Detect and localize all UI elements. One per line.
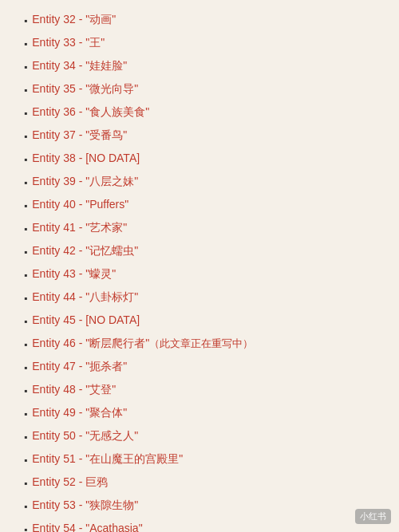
entity-text: Entity 33 - "王": [32, 34, 105, 51]
entity-link[interactable]: Entity 41 - "艺术家": [32, 221, 127, 234]
list-item: ▪Entity 47 - "扼杀者": [24, 355, 383, 378]
entity-text: Entity 35 - "微光向导": [32, 81, 138, 97]
list-item: ▪Entity 51 - "在山魔王的宫殿里": [24, 447, 383, 471]
bullet-icon: ▪: [24, 361, 27, 375]
bullet-icon: ▪: [24, 453, 27, 467]
rewrite-note: （此文章正在重写中）: [149, 337, 253, 349]
entity-text: Entity 34 - "娃娃脸": [32, 57, 127, 74]
entity-text: Entity 37 - "受番鸟": [32, 127, 127, 144]
entity-link[interactable]: Entity 44 - "八卦标灯": [32, 290, 138, 303]
entity-text: Entity 39 - "八层之妹": [32, 173, 138, 190]
entity-link[interactable]: Entity 32 - "动画": [32, 13, 116, 26]
entity-link[interactable]: Entity 35 - "微光向导": [32, 82, 138, 95]
bullet-icon: ▪: [24, 83, 27, 97]
bullet-icon: ▪: [24, 37, 27, 51]
entity-text: Entity 51 - "在山魔王的宫殿里": [32, 451, 183, 467]
entity-text: Entity 45 - [NO DATA]: [32, 312, 140, 329]
entity-link[interactable]: Entity 51 - "在山魔王的宫殿里": [32, 452, 183, 465]
entity-text: Entity 32 - "动画": [32, 11, 116, 28]
list-item: ▪Entity 37 - "受番鸟": [24, 124, 383, 147]
entity-text: Entity 52 - 巨鸦: [32, 474, 108, 491]
bullet-icon: ▪: [24, 430, 27, 444]
entity-text: Entity 54 - "Acathasia": [32, 520, 142, 532]
bullet-icon: ▪: [24, 245, 27, 259]
entity-link[interactable]: Entity 39 - "八层之妹": [32, 175, 138, 187]
entity-text: Entity 46 - "断层爬行者"（此文章正在重写中）: [32, 335, 253, 352]
bullet-icon: ▪: [24, 152, 27, 167]
list-item: ▪Entity 42 - "记忆蠕虫": [24, 239, 383, 262]
entity-link[interactable]: Entity 48 - "艾登": [32, 383, 116, 396]
list-item: ▪Entity 48 - "艾登": [24, 378, 383, 401]
list-item: ▪Entity 35 - "微光向导": [24, 77, 383, 100]
bullet-icon: ▪: [24, 129, 27, 144]
entity-link[interactable]: Entity 50 - "无感之人": [32, 429, 138, 442]
bullet-icon: ▪: [24, 222, 27, 236]
list-item: ▪Entity 54 - "Acathasia": [24, 517, 383, 532]
bullet-icon: ▪: [24, 106, 27, 120]
entity-link[interactable]: Entity 37 - "受番鸟": [32, 128, 127, 141]
entity-link[interactable]: Entity 38 - [NO DATA]: [32, 152, 140, 164]
entity-list: ▪Entity 32 - "动画"▪Entity 33 - "王"▪Entity…: [24, 8, 383, 532]
entity-text: Entity 40 - "Puffers": [32, 196, 128, 213]
bullet-icon: ▪: [24, 268, 27, 282]
entity-link[interactable]: Entity 53 - "狭隙生物": [32, 499, 138, 511]
list-item: ▪Entity 32 - "动画": [24, 8, 383, 31]
bullet-icon: ▪: [24, 476, 27, 491]
bullet-icon: ▪: [24, 522, 27, 532]
list-item: ▪Entity 33 - "王": [24, 31, 383, 54]
entity-link[interactable]: Entity 36 - "食人族美食": [32, 105, 149, 118]
bullet-icon: ▪: [24, 384, 27, 398]
bullet-icon: ▪: [24, 291, 27, 305]
list-item: ▪Entity 53 - "狭隙生物": [24, 494, 383, 517]
list-item: ▪Entity 43 - "蠓灵": [24, 262, 383, 286]
entity-text: Entity 42 - "记忆蠕虫": [32, 242, 138, 259]
list-item: ▪Entity 52 - 巨鸦: [24, 471, 383, 494]
list-item: ▪Entity 34 - "娃娃脸": [24, 54, 383, 77]
entity-text: Entity 44 - "八卦标灯": [32, 289, 138, 305]
entity-link[interactable]: Entity 33 - "王": [32, 36, 105, 49]
list-item: ▪Entity 46 - "断层爬行者"（此文章正在重写中）: [24, 332, 383, 355]
list-item: ▪Entity 49 - "聚合体": [24, 401, 383, 424]
entity-text: Entity 36 - "食人族美食": [32, 104, 149, 120]
bullet-icon: ▪: [24, 499, 27, 514]
entity-link[interactable]: Entity 40 - "Puffers": [32, 198, 128, 211]
bullet-icon: ▪: [24, 60, 27, 74]
list-item: ▪Entity 40 - "Puffers": [24, 193, 383, 216]
entity-link[interactable]: Entity 45 - [NO DATA]: [32, 313, 140, 326]
bullet-icon: ▪: [24, 314, 27, 329]
entity-link[interactable]: Entity 52 - 巨鸦: [32, 475, 108, 488]
bullet-icon: ▪: [24, 407, 27, 421]
entity-link[interactable]: Entity 54 - "Acathasia": [32, 522, 142, 532]
entity-link[interactable]: Entity 42 - "记忆蠕虫": [32, 244, 138, 257]
entity-link[interactable]: Entity 49 - "聚合体": [32, 406, 127, 419]
bullet-icon: ▪: [24, 14, 27, 28]
entity-text: Entity 43 - "蠓灵": [32, 266, 116, 282]
list-item: ▪Entity 38 - [NO DATA]: [24, 147, 383, 170]
entity-text: Entity 38 - [NO DATA]: [32, 150, 140, 167]
entity-link[interactable]: Entity 43 - "蠓灵": [32, 267, 116, 280]
bullet-icon: ▪: [24, 199, 27, 213]
list-item: ▪Entity 36 - "食人族美食": [24, 100, 383, 124]
entity-link[interactable]: Entity 46 - "断层爬行者": [32, 337, 149, 349]
list-item: ▪Entity 50 - "无感之人": [24, 424, 383, 447]
page-container: ▪Entity 32 - "动画"▪Entity 33 - "王"▪Entity…: [0, 0, 399, 532]
entity-text: Entity 50 - "无感之人": [32, 428, 138, 444]
bullet-icon: ▪: [24, 175, 27, 190]
bullet-icon: ▪: [24, 337, 27, 352]
list-item: ▪Entity 41 - "艺术家": [24, 216, 383, 239]
list-item: ▪Entity 39 - "八层之妹": [24, 170, 383, 193]
entity-link[interactable]: Entity 47 - "扼杀者": [32, 360, 127, 372]
list-item: ▪Entity 44 - "八卦标灯": [24, 286, 383, 309]
list-item: ▪Entity 45 - [NO DATA]: [24, 309, 383, 332]
entity-text: Entity 41 - "艺术家": [32, 219, 127, 236]
entity-text: Entity 47 - "扼杀者": [32, 358, 127, 375]
entity-link[interactable]: Entity 34 - "娃娃脸": [32, 59, 127, 72]
entity-text: Entity 48 - "艾登": [32, 381, 116, 398]
watermark: 小红书: [355, 509, 391, 524]
entity-text: Entity 49 - "聚合体": [32, 404, 127, 421]
entity-text: Entity 53 - "狭隙生物": [32, 497, 138, 514]
